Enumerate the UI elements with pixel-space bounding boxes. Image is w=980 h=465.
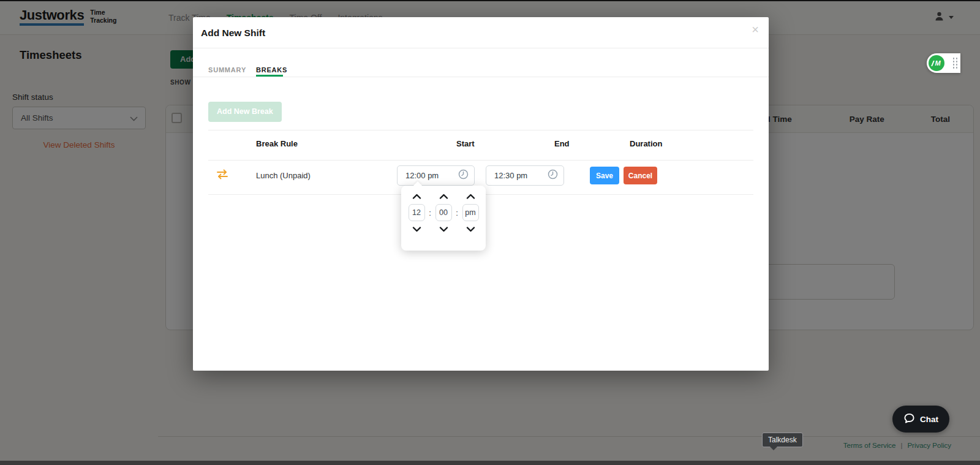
- app-root: Justworks Time Tracking Track Time Times…: [0, 0, 980, 465]
- minute-increment-button[interactable]: [439, 191, 448, 201]
- window-top-edge: [0, 0, 980, 1]
- break-rule-name: Lunch (Unpaid): [256, 171, 311, 180]
- hour-increment-button[interactable]: [412, 191, 421, 201]
- time-picker-grid: 12 : 00 : pm: [401, 186, 486, 234]
- modal-header-divider: [193, 48, 769, 48]
- column-end: End: [554, 139, 570, 148]
- column-break-rule: Break Rule: [256, 139, 298, 148]
- chat-label: Chat: [920, 415, 938, 424]
- column-start: Start: [456, 139, 475, 148]
- drag-handle-dots-icon[interactable]: [953, 58, 958, 69]
- add-new-break-button[interactable]: Add New Break: [208, 102, 282, 122]
- column-duration: Duration: [630, 139, 662, 148]
- talkdesk-tooltip: Talkdesk: [762, 433, 803, 447]
- tabs-divider: [193, 77, 769, 77]
- break-section-divider: [208, 130, 753, 130]
- clock-icon[interactable]: [458, 169, 469, 182]
- cancel-button[interactable]: Cancel: [624, 167, 657, 184]
- talkdesk-tooltip-label: Talkdesk: [768, 436, 797, 444]
- meridiem-field[interactable]: pm: [462, 204, 479, 221]
- tooltip-arrow: [770, 447, 777, 450]
- swap-arrows-icon[interactable]: [216, 169, 228, 182]
- tab-summary[interactable]: SUMMARY: [208, 66, 246, 74]
- add-new-shift-modal: Add New Shift × SUMMARY BREAKS Add New B…: [193, 17, 769, 371]
- clock-icon[interactable]: [548, 169, 558, 182]
- browser-extension-widget[interactable]: M: [927, 53, 960, 73]
- time-picker-popover: 12 : 00 : pm: [401, 186, 486, 251]
- extension-badge: M: [929, 55, 944, 71]
- chat-button[interactable]: Chat: [892, 406, 949, 433]
- extension-logo-letter: M: [935, 59, 940, 67]
- start-time-input[interactable]: 12:00 pm: [397, 165, 475, 186]
- save-button[interactable]: Save: [590, 167, 619, 184]
- meridiem-decrement-button[interactable]: [466, 224, 475, 234]
- chat-bubble-icon: [903, 412, 915, 426]
- close-icon[interactable]: ×: [752, 23, 759, 36]
- extension-logo-slash: [932, 61, 935, 66]
- minute-field[interactable]: 00: [435, 204, 452, 221]
- break-header-divider: [208, 160, 753, 161]
- end-time-input[interactable]: 12:30 pm: [486, 165, 564, 186]
- hour-field[interactable]: 12: [409, 204, 425, 221]
- window-bottom-edge: [0, 461, 980, 465]
- time-separator: :: [456, 208, 458, 217]
- minute-decrement-button[interactable]: [439, 224, 448, 234]
- hour-decrement-button[interactable]: [412, 224, 421, 234]
- modal-title: Add New Shift: [201, 28, 265, 39]
- start-time-value: 12:00 pm: [405, 171, 458, 180]
- tab-breaks[interactable]: BREAKS: [256, 66, 287, 74]
- time-separator: :: [429, 208, 431, 217]
- end-time-value: 12:30 pm: [494, 171, 548, 180]
- meridiem-increment-button[interactable]: [466, 191, 475, 201]
